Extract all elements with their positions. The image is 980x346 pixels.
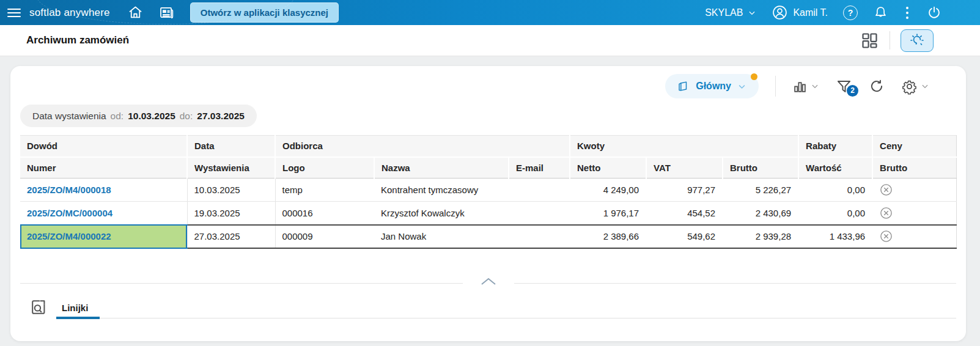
group-header-dowod[interactable]: Dowód <box>20 136 187 157</box>
cell-ceny-brutto <box>872 179 956 202</box>
user-name: Kamil T. <box>793 7 828 18</box>
group-header-data[interactable]: Data <box>187 136 275 157</box>
tab-track-line <box>100 318 956 318</box>
view-modified-dot <box>751 73 757 80</box>
column-header-nazwa[interactable]: Nazwa <box>374 157 509 179</box>
table-row-selected[interactable]: 2025/ZO/M4/000022 27.03.2025 000009 Jan … <box>20 225 956 248</box>
cell-wystawienia: 19.03.2025 <box>187 202 275 225</box>
notifications-bell-icon[interactable] <box>873 5 888 20</box>
cell-ceny-brutto <box>872 202 956 225</box>
view-selector-button[interactable]: Główny <box>665 74 759 98</box>
group-header-kwoty[interactable]: Kwoty <box>570 136 798 157</box>
page-background: Główny 2 <box>0 56 980 346</box>
chevron-up-icon <box>480 276 497 286</box>
help-icon[interactable]: ? <box>843 6 858 20</box>
company-name: SKYLAB <box>705 7 743 18</box>
light-bulb-icon <box>909 32 925 48</box>
more-options-icon[interactable] <box>904 7 911 19</box>
date-filter-chip[interactable]: Data wystawienia od: 10.03.2025 do: 27.0… <box>20 105 257 127</box>
cell-vat: 454,52 <box>646 202 723 225</box>
cell-logo: 000009 <box>275 225 374 248</box>
column-header-numer[interactable]: Numer <box>20 157 187 179</box>
cell-vat: 977,27 <box>646 179 723 202</box>
dashboard-tiles-icon[interactable] <box>860 31 879 50</box>
cell-netto: 2 389,66 <box>570 225 646 248</box>
column-header-vat[interactable]: VAT <box>646 157 723 179</box>
table-row[interactable]: 2025/ZO/MC/000004 19.03.2025 000016 Krzy… <box>20 202 956 225</box>
theme-toggle-button[interactable] <box>901 29 934 52</box>
cell-nazwa: Jan Nowak <box>374 225 509 248</box>
column-header-ceny-brutto[interactable]: Brutto <box>872 157 956 179</box>
chip-from-label: od: <box>111 111 124 122</box>
cell-netto: 4 249,00 <box>570 179 646 202</box>
brand-name: softlab anywhere <box>29 7 110 19</box>
orders-table: Dowód Data Odbiorca Kwoty Rabaty Ceny Nu… <box>20 135 957 249</box>
views-icon <box>676 79 690 93</box>
column-header-wystawienia[interactable]: Wystawienia <box>187 157 275 179</box>
cell-rabat-wartosc: 0,00 <box>798 179 872 202</box>
refresh-icon <box>869 78 885 94</box>
chip-to-label: do: <box>180 111 193 122</box>
power-logout-icon[interactable] <box>926 5 942 21</box>
chevron-down-icon <box>811 82 819 90</box>
home-icon[interactable] <box>127 4 144 21</box>
user-menu[interactable]: Kamil T. <box>772 4 828 21</box>
cell-brutto: 2 939,28 <box>723 225 798 248</box>
top-app-bar: softlab anywhere Otwórz w aplikacji klas… <box>0 0 980 25</box>
orders-archive-card: Główny 2 <box>10 66 966 341</box>
cell-nazwa: Kontrahent tymczasowy <box>374 179 509 202</box>
page-title: Archiwum zamówień <box>26 34 129 46</box>
crossed-circle-icon <box>879 206 893 220</box>
refresh-button[interactable] <box>869 78 885 94</box>
cell-netto: 1 976,17 <box>570 202 646 225</box>
cell-email <box>509 179 570 202</box>
company-selector[interactable]: SKYLAB <box>705 7 756 18</box>
cell-logo: 000016 <box>275 202 374 225</box>
filter-button[interactable]: 2 <box>836 78 852 95</box>
document-number-link[interactable]: 2025/ZO/M4/000022 <box>27 231 111 241</box>
news-icon[interactable] <box>158 4 175 21</box>
cell-wystawienia: 10.03.2025 <box>187 179 275 202</box>
document-number-link[interactable]: 2025/ZO/M4/000018 <box>27 185 111 195</box>
cell-email <box>509 225 570 248</box>
document-number-link[interactable]: 2025/ZO/MC/000004 <box>27 208 112 218</box>
filter-count-badge: 2 <box>847 85 858 97</box>
chevron-down-icon <box>737 82 746 91</box>
group-header-rabaty[interactable]: Rabaty <box>798 136 872 157</box>
column-header-row: Numer Wystawienia Logo Nazwa E-mail Nett… <box>20 157 956 179</box>
chip-field-label: Data wystawienia <box>32 111 106 122</box>
group-header-row: Dowód Data Odbiorca Kwoty Rabaty Ceny <box>20 136 956 157</box>
column-header-brutto[interactable]: Brutto <box>723 157 798 179</box>
chart-menu-button[interactable] <box>792 79 819 94</box>
group-header-odbiorca[interactable]: Odbiorca <box>275 136 570 157</box>
cell-brutto: 5 226,27 <box>723 179 798 202</box>
collapse-panel-button[interactable] <box>463 276 514 286</box>
column-header-netto[interactable]: Netto <box>570 157 646 179</box>
view-name: Główny <box>696 81 731 92</box>
crossed-circle-icon <box>879 229 893 243</box>
open-classic-app-button[interactable]: Otwórz w aplikacji klasycznej <box>190 2 339 23</box>
cell-wystawienia: 27.03.2025 <box>187 225 275 248</box>
bar-chart-icon <box>792 79 808 94</box>
table-row[interactable]: 2025/ZO/M4/000018 10.03.2025 temp Kontra… <box>20 179 956 202</box>
column-header-email[interactable]: E-mail <box>509 157 570 179</box>
settings-button[interactable] <box>901 78 929 95</box>
cell-brutto: 2 430,69 <box>723 202 798 225</box>
cell-rabat-wartosc: 1 433,96 <box>798 225 872 248</box>
cell-logo: temp <box>275 179 374 202</box>
group-header-ceny[interactable]: Ceny <box>872 136 956 157</box>
crossed-circle-icon <box>879 183 893 197</box>
chip-to-value: 27.03.2025 <box>197 111 245 122</box>
divider <box>890 31 890 50</box>
active-tab-indicator <box>56 317 100 319</box>
grid-toolbar: Główny 2 <box>665 74 929 98</box>
tab-linijki[interactable]: Linijki <box>62 303 88 313</box>
hamburger-menu-icon[interactable] <box>7 9 21 17</box>
cell-ceny-brutto <box>872 225 956 248</box>
divider <box>775 76 776 97</box>
column-header-wartosc[interactable]: Wartość <box>798 157 872 179</box>
chip-from-value: 10.03.2025 <box>128 111 175 122</box>
cell-nazwa: Krzysztof Kowalczyk <box>374 202 509 225</box>
column-header-logo[interactable]: Logo <box>275 157 374 179</box>
document-search-icon <box>29 297 49 317</box>
